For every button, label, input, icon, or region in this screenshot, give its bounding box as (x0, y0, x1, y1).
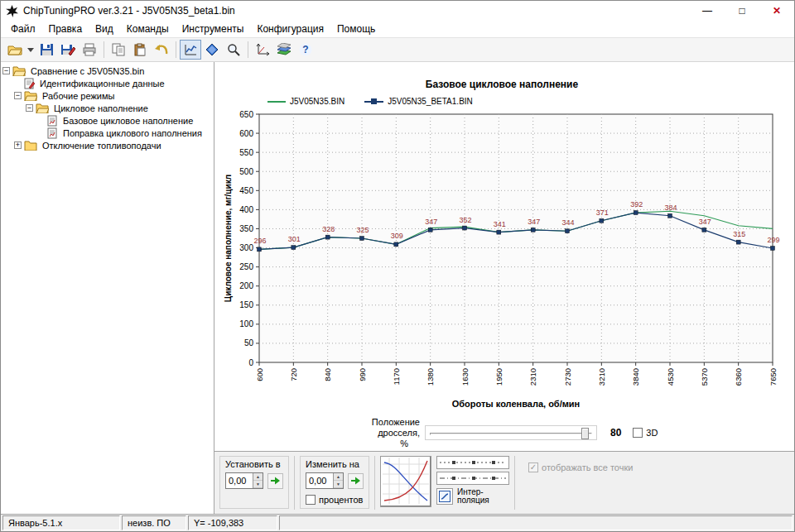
close-button[interactable]: ✕ (759, 1, 794, 21)
throttle-slider[interactable] (425, 425, 597, 440)
graph-view-button[interactable] (180, 40, 201, 60)
open-dropdown-button[interactable] (26, 40, 36, 60)
svg-text:1950: 1950 (494, 368, 504, 386)
svg-text:4530: 4530 (666, 368, 675, 386)
legend-label-original: J5V05N35.BIN (290, 97, 344, 106)
save-icon (40, 43, 54, 56)
svg-text:600: 600 (239, 129, 253, 138)
apply-change-button[interactable] (348, 473, 364, 489)
panel-separator (294, 456, 295, 510)
expander-collapse-icon[interactable]: − (14, 92, 22, 99)
copy-button[interactable] (108, 40, 129, 60)
change-by-input[interactable] (306, 473, 333, 488)
svg-text:250: 250 (239, 262, 253, 271)
menu-edit[interactable]: Правка (42, 22, 89, 36)
svg-text:3840: 3840 (631, 368, 640, 386)
save-button[interactable] (36, 40, 57, 60)
tree-item-identification[interactable]: Идентификационные данные (38, 79, 166, 89)
svg-text:1630: 1630 (460, 368, 470, 386)
svg-text:299: 299 (767, 236, 779, 244)
save-edit-icon (60, 43, 75, 56)
svg-text:400: 400 (239, 205, 253, 214)
svg-text:2310: 2310 (528, 368, 537, 386)
diamond-view-button[interactable] (201, 40, 223, 60)
statusbar: Январь-5.1.x неизв. ПО Y= -109,383 (1, 514, 794, 531)
checkbox-3d[interactable]: 3D (633, 428, 658, 438)
diamond-icon (205, 43, 219, 56)
svg-text:150: 150 (239, 300, 253, 309)
set-to-group: Установить в ▲ ▼ (219, 456, 289, 509)
panel-separator (514, 456, 515, 510)
spin-up-button[interactable]: ▲ (253, 473, 263, 481)
open-button[interactable] (4, 40, 26, 60)
map-document-icon (47, 127, 58, 139)
checkbox-percent[interactable]: процентов (306, 495, 363, 505)
svg-text:347: 347 (699, 218, 711, 226)
axes-button[interactable] (252, 40, 273, 60)
set-to-input[interactable] (226, 473, 253, 488)
svg-text:315: 315 (733, 230, 745, 238)
expander-expand-icon[interactable]: + (14, 141, 22, 149)
svg-text:392: 392 (630, 200, 643, 208)
paste-button[interactable] (129, 40, 151, 60)
svg-text:328: 328 (322, 225, 335, 233)
interpolation-button[interactable] (436, 488, 453, 505)
tree-item-comparison[interactable]: Сравнение с J5V05N35.bin (29, 66, 146, 76)
chart-block: Базовое цикловое наполнение J5V05N35.BIN… (214, 62, 794, 418)
tree-item-fuel-cutoff[interactable]: Отключение топливоподачи (41, 141, 163, 151)
checkbox-box[interactable] (306, 495, 316, 505)
checkbox-box[interactable] (633, 428, 643, 438)
zoom-button[interactable] (223, 40, 244, 60)
svg-text:100: 100 (239, 319, 253, 328)
menu-tools[interactable]: Инструменты (176, 22, 251, 36)
set-to-spinedit[interactable]: ▲ ▼ (225, 472, 263, 489)
expander-collapse-icon[interactable]: − (2, 67, 10, 74)
menu-view[interactable]: Вид (89, 22, 120, 36)
tree-item-base-cycle-filling[interactable]: Базовое цикловое наполнение (61, 116, 195, 126)
chart-svg[interactable]: 0501001502002503003504004505005506006506… (221, 108, 783, 415)
maximize-button[interactable]: □ (725, 1, 759, 21)
panel-separator (374, 456, 375, 510)
spin-down-button[interactable]: ▼ (334, 481, 343, 488)
svg-text:341: 341 (494, 220, 506, 228)
undo-button[interactable] (151, 40, 172, 60)
point-style-option-2[interactable] (436, 472, 509, 485)
tree-panel: − Сравнение с J5V05N35.bin Идентификацио… (1, 62, 214, 514)
svg-text:Обороты коленвала, об/мин: Обороты коленвала, об/мин (452, 399, 581, 409)
print-button[interactable] (79, 40, 100, 60)
surface-3d-icon (277, 43, 292, 56)
expander-collapse-icon[interactable]: − (26, 104, 33, 112)
folder-open-icon (36, 103, 49, 113)
copy-icon (112, 43, 125, 56)
change-by-spinedit[interactable]: ▲ ▼ (306, 472, 344, 489)
menu-help[interactable]: Помощь (330, 22, 382, 36)
svg-text:0: 0 (248, 358, 253, 367)
help-button[interactable]: ? (295, 40, 316, 60)
surface-3d-button[interactable] (273, 40, 295, 60)
main-area: Базовое цикловое наполнение J5V05N35.BIN… (214, 62, 794, 514)
apply-set-button[interactable] (267, 473, 283, 489)
tree-item-cycle-filling[interactable]: Цикловое наполнение (52, 103, 150, 113)
toolbar-separator (104, 41, 104, 58)
interpolation-label: Интер- поляция (457, 488, 489, 505)
tree-item-cycle-filling-correction[interactable]: Поправка циклового наполнения (61, 128, 204, 138)
throttle-label: Положение дросселя, % (329, 417, 420, 449)
slider-thumb[interactable] (581, 428, 589, 439)
svg-text:Цикловое наполнение, мг/цикл: Цикловое наполнение, мг/цикл (224, 175, 233, 302)
menu-commands[interactable]: Команды (120, 22, 176, 36)
menu-file[interactable]: Файл (4, 22, 42, 36)
minimize-button[interactable]: — (690, 1, 725, 21)
save-edit-button[interactable] (57, 40, 79, 60)
point-style-option-1[interactable] (436, 456, 509, 469)
spin-up-button[interactable]: ▲ (334, 473, 343, 481)
map-document-icon (47, 115, 58, 127)
show-all-points-checkbox: ✓ отображать все точки (528, 463, 633, 472)
spin-down-button[interactable]: ▼ (253, 481, 263, 488)
print-icon (82, 43, 97, 56)
status-ecu: Январь-5.1.x (2, 515, 120, 530)
svg-text:347: 347 (425, 218, 437, 226)
interpolation-curve-button[interactable] (380, 456, 431, 507)
svg-text:500: 500 (239, 167, 253, 176)
tree-item-work-modes[interactable]: Рабочие режимы (41, 91, 116, 101)
menu-configuration[interactable]: Конфигурация (250, 22, 330, 36)
